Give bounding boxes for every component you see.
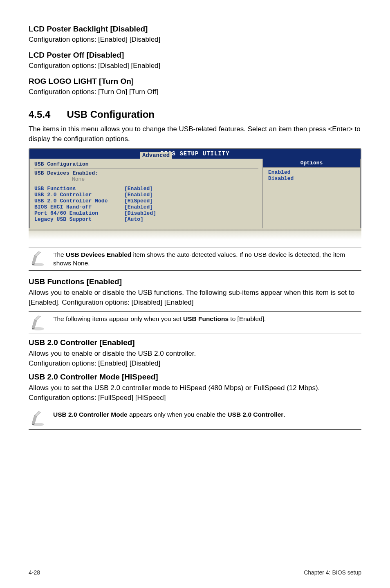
usb20-controller-body: Allows you to enable or disable the USB … (29, 349, 361, 368)
bios-row: USB 2.0 Controller Mode[HiSpeed] (34, 198, 258, 204)
bios-config-header: USB Configuration (34, 161, 258, 168)
pencil-note-icon (29, 250, 47, 267)
lcd-backlight-title: LCD Poster Backlight [Disabled] (29, 25, 361, 34)
usb-functions-body: Allows you to enable or disable the USB … (29, 288, 361, 307)
bios-header-bar: BIOS SETUP UTILITY Advanced (29, 149, 361, 159)
bios-screenshot: BIOS SETUP UTILITY Advanced USB Configur… (29, 148, 361, 240)
footer-page-number: 4-28 (29, 569, 40, 576)
note-usb-functions: The following items appear only when you… (29, 311, 361, 334)
note-usb20-mode: USB 2.0 Controller Mode appears only whe… (29, 407, 361, 430)
usb20-mode-title: USB 2.0 Controller Mode [HiSpeed] (29, 373, 361, 382)
bios-right-panel: Options Enabled Disabled (263, 159, 361, 230)
svg-marker-2 (34, 251, 41, 256)
bios-row: BIOS EHCI Hand-off[Enabled] (34, 204, 258, 210)
bios-left-panel: USB Configuration USB Devices Enabled: N… (29, 159, 263, 230)
rog-logo-title: ROG LOGO LIGHT [Turn On] (29, 77, 361, 86)
note-text: USB 2.0 Controller Mode appears only whe… (53, 410, 285, 419)
pencil-note-icon (29, 410, 47, 427)
major-title: USB Configuration (67, 109, 155, 120)
bios-devices-value: None (72, 176, 258, 182)
major-number: 4.5.4 (29, 109, 50, 120)
bios-options-header: Options (263, 159, 360, 168)
note-text: The USB Devices Enabled item shows the a… (53, 250, 361, 268)
footer-chapter: Chapter 4: BIOS setup (304, 569, 361, 576)
rog-logo-body: Configuration options: [Turn On] [Turn O… (29, 88, 361, 97)
svg-marker-10 (34, 411, 41, 416)
bios-devices-label: USB Devices Enabled: (34, 170, 258, 176)
lcd-backlight-body: Configuration options: [Enabled] [Disabl… (29, 35, 361, 44)
major-heading: 4.5.4USB Configuration (29, 109, 361, 120)
bios-row: USB 2.0 Controller[Enabled] (34, 192, 258, 198)
svg-marker-6 (34, 316, 41, 321)
note-text: The following items appear only when you… (53, 314, 266, 323)
usb20-controller-title: USB 2.0 Controller [Enabled] (29, 338, 361, 347)
page-footer: 4-28 Chapter 4: BIOS setup (29, 561, 361, 576)
lcd-poster-off-body: Configuration options: [Disabled] [Enabl… (29, 61, 361, 70)
major-body: The items in this menu allows you to cha… (29, 124, 361, 144)
pencil-note-icon (29, 314, 47, 331)
lcd-poster-off-title: LCD Poster Off [Disabled] (29, 51, 361, 60)
bios-row: Legacy USB Support[Auto] (34, 216, 258, 222)
bios-option: Enabled (268, 169, 355, 175)
usb20-mode-body: Allows you to set the USB 2.0 controller… (29, 383, 361, 403)
bios-option: Disabled (268, 175, 355, 182)
note-usb-devices: The USB Devices Enabled item shows the a… (29, 247, 361, 271)
bios-row: Port 64/60 Emulation[Disabled] (34, 210, 258, 216)
usb-functions-title: USB Functions [Enabled] (29, 277, 361, 286)
bios-tab-advanced: Advanced (140, 152, 172, 159)
bios-row: USB Functions[Enabled] (34, 186, 258, 192)
